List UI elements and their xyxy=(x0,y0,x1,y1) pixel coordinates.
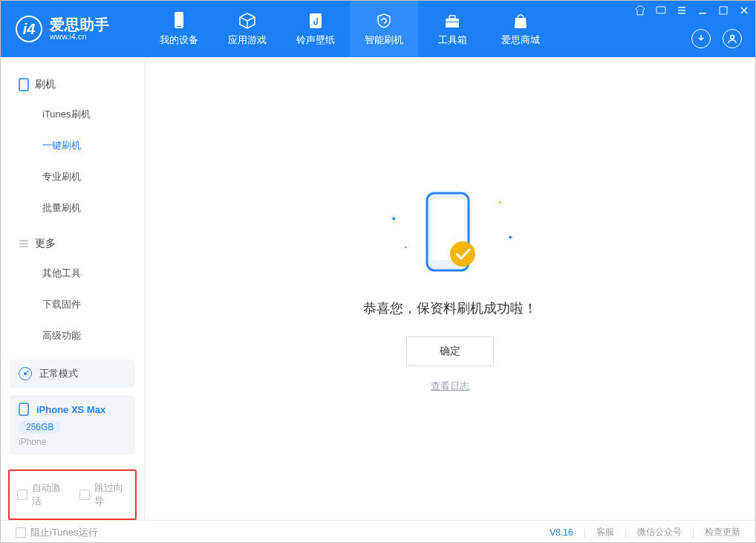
section-title: 更多 xyxy=(35,237,56,250)
main-content: ✦ ✦ ✦ ✦ 恭喜您，保资料刷机成功啦！ 确定 查看日志 xyxy=(145,57,755,520)
tab-my-device[interactable]: 我的设备 xyxy=(145,1,213,57)
sidebar-item-advanced[interactable]: 高级功能 xyxy=(1,320,144,351)
svg-rect-9 xyxy=(19,79,28,91)
tab-label: 爱思商城 xyxy=(501,33,540,47)
svg-rect-12 xyxy=(19,403,28,415)
svg-point-11 xyxy=(27,371,28,372)
skip-guide-checkbox[interactable]: 跳过向导 xyxy=(79,481,128,508)
svg-rect-0 xyxy=(175,12,183,28)
sidebar: 刷机 iTunes刷机 一键刷机 专业刷机 批量刷机 更多 其他工具 下载固件 … xyxy=(1,57,145,520)
user-button[interactable] xyxy=(723,29,742,48)
mode-label: 正常模式 xyxy=(39,367,78,380)
svg-rect-1 xyxy=(177,26,181,27)
download-button[interactable] xyxy=(691,29,711,48)
section-title: 刷机 xyxy=(35,78,56,91)
flash-options-box: 自动激活 跳过向导 xyxy=(8,469,137,520)
tab-label: 铃声壁纸 xyxy=(296,33,335,47)
block-itunes-checkbox[interactable]: 阻止iTunes运行 xyxy=(16,526,98,539)
sidebar-section-more: 更多 xyxy=(1,224,144,258)
device-storage-badge: 256GB xyxy=(19,420,61,434)
svg-rect-5 xyxy=(446,22,459,22)
device-panel: 正常模式 iPhone XS Max 256GB iPhone xyxy=(1,352,144,464)
status-bar: 阻止iTunes运行 V8.16 | 客服 | 微信公众号 | 检查更新 xyxy=(1,520,755,543)
svg-rect-7 xyxy=(720,7,727,14)
cube-icon xyxy=(238,12,256,30)
maximize-button[interactable] xyxy=(718,5,729,19)
tab-flash[interactable]: 智能刷机 xyxy=(350,1,418,57)
sidebar-item-download-firmware[interactable]: 下载固件 xyxy=(1,289,144,320)
shirt-icon[interactable] xyxy=(635,5,645,19)
tab-ringtone[interactable]: 铃声壁纸 xyxy=(281,1,350,57)
app-header: i4 爱思助手 www.i4.cn 我的设备 应用游戏 铃声壁纸 智能刷机 工具… xyxy=(1,1,755,57)
app-title: 爱思助手 xyxy=(50,17,109,32)
app-subtitle: www.i4.cn xyxy=(50,32,109,41)
logo-area: i4 爱思助手 www.i4.cn xyxy=(1,16,145,42)
sidebar-content: 刷机 iTunes刷机 一键刷机 专业刷机 批量刷机 更多 其他工具 下载固件 … xyxy=(1,57,144,352)
sidebar-item-pro-flash[interactable]: 专业刷机 xyxy=(1,161,144,192)
checkbox-label: 自动激活 xyxy=(32,481,66,508)
device-icon xyxy=(19,78,29,91)
checkbox-label: 阻止iTunes运行 xyxy=(30,526,98,539)
support-link[interactable]: 客服 xyxy=(596,526,614,539)
tab-label: 应用游戏 xyxy=(228,33,267,47)
sidebar-item-itunes-flash[interactable]: iTunes刷机 xyxy=(1,99,144,130)
minimize-button[interactable] xyxy=(697,5,708,19)
success-illustration: ✦ ✦ ✦ ✦ xyxy=(383,185,517,282)
toolbox-icon xyxy=(443,12,461,30)
main-tabs: 我的设备 应用游戏 铃声壁纸 智能刷机 工具箱 爱思商城 xyxy=(145,1,555,57)
svg-point-15 xyxy=(450,241,475,267)
mode-card[interactable]: 正常模式 xyxy=(10,360,135,388)
version-label: V8.16 xyxy=(550,527,573,538)
tab-mall[interactable]: 爱思商城 xyxy=(486,1,555,57)
logo-text: 爱思助手 www.i4.cn xyxy=(50,17,109,41)
wechat-link[interactable]: 微信公众号 xyxy=(637,526,682,539)
svg-point-8 xyxy=(731,36,734,39)
svg-rect-6 xyxy=(656,7,665,13)
feedback-icon[interactable] xyxy=(656,5,666,19)
view-log-link[interactable]: 查看日志 xyxy=(431,380,469,393)
device-type: iPhone xyxy=(19,437,126,447)
sidebar-section-flash: 刷机 xyxy=(1,65,144,99)
mode-icon xyxy=(19,367,32,380)
app-logo-icon: i4 xyxy=(16,16,42,42)
phone-success-icon xyxy=(417,189,483,278)
check-update-link[interactable]: 检查更新 xyxy=(705,526,740,539)
svg-rect-2 xyxy=(310,13,322,28)
svg-point-10 xyxy=(24,372,27,375)
window-controls xyxy=(635,5,749,19)
bag-icon xyxy=(512,12,529,30)
tab-label: 智能刷机 xyxy=(365,33,403,47)
close-button[interactable] xyxy=(739,5,749,19)
menu-icon[interactable] xyxy=(677,5,687,19)
checkbox-label: 跳过向导 xyxy=(94,481,128,508)
ok-button[interactable]: 确定 xyxy=(406,336,494,366)
phone-icon xyxy=(170,12,188,30)
sidebar-item-other-tools[interactable]: 其他工具 xyxy=(1,258,144,289)
tab-label: 工具箱 xyxy=(438,33,467,47)
tab-tools[interactable]: 工具箱 xyxy=(418,1,486,57)
svg-rect-4 xyxy=(449,16,455,19)
refresh-shield-icon xyxy=(375,12,393,30)
device-card[interactable]: iPhone XS Max 256GB iPhone xyxy=(10,395,135,455)
list-icon xyxy=(19,238,29,249)
auto-activate-checkbox[interactable]: 自动激活 xyxy=(17,481,66,508)
body-area: 刷机 iTunes刷机 一键刷机 专业刷机 批量刷机 更多 其他工具 下载固件 … xyxy=(1,57,755,520)
success-message: 恭喜您，保资料刷机成功啦！ xyxy=(363,299,537,317)
phone-outline-icon xyxy=(19,403,29,416)
sidebar-item-oneclick-flash[interactable]: 一键刷机 xyxy=(1,130,144,161)
music-file-icon xyxy=(307,12,325,30)
header-action-icons xyxy=(691,29,742,48)
tab-label: 我的设备 xyxy=(160,33,198,47)
svg-rect-3 xyxy=(446,19,459,27)
device-name: iPhone XS Max xyxy=(36,404,105,415)
tab-apps[interactable]: 应用游戏 xyxy=(213,1,281,57)
sidebar-item-batch-flash[interactable]: 批量刷机 xyxy=(1,192,144,224)
